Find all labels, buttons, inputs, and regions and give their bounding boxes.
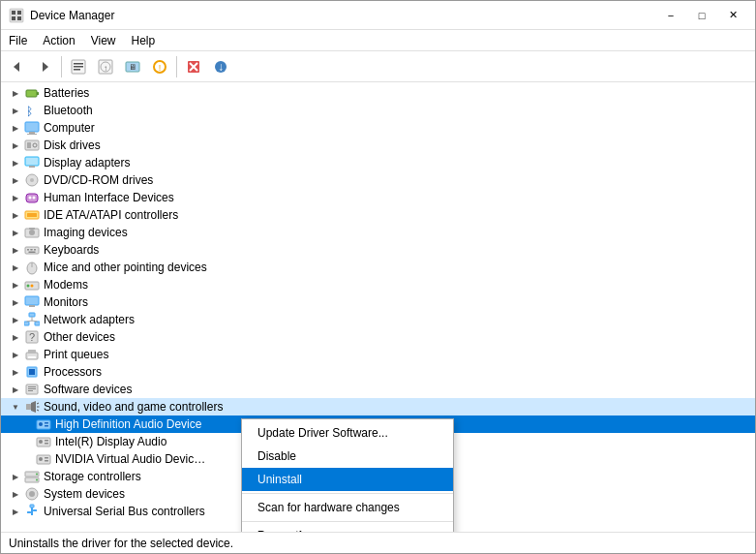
expand-dvd[interactable]: ▶	[9, 173, 22, 187]
expand-display[interactable]: ▶	[9, 156, 22, 169]
svg-line-60	[27, 321, 33, 322]
monitors-icon	[24, 294, 40, 310]
svg-rect-48	[29, 252, 36, 254]
expand-batteries[interactable]: ▶	[9, 86, 22, 100]
tree-item-monitors[interactable]: ▶ Monitors	[1, 293, 755, 311]
network-icon	[24, 312, 40, 327]
ide-label: IDE ATA/ATAPI controllers	[44, 208, 178, 222]
update-driver-toolbar-button[interactable]: ↑	[93, 54, 118, 79]
tree-item-software[interactable]: ▶ Software devices	[1, 381, 755, 398]
modems-icon	[24, 277, 40, 292]
svg-rect-81	[45, 425, 48, 427]
menu-action[interactable]: Action	[35, 32, 82, 49]
svg-rect-32	[25, 157, 39, 166]
nvidia-icon	[36, 451, 51, 467]
tree-item-hid[interactable]: ▶ Human Interface Devices	[1, 189, 755, 206]
software-label: Software devices	[44, 383, 132, 396]
expand-bluetooth[interactable]: ▶	[9, 104, 22, 117]
expand-storage[interactable]: ▶	[9, 470, 22, 483]
tree-item-disk[interactable]: ▶ Disk drives	[1, 137, 755, 154]
expand-network[interactable]: ▶	[9, 313, 22, 326]
expand-imaging[interactable]: ▶	[9, 226, 22, 239]
svg-text:↓: ↓	[218, 60, 224, 74]
tree-item-imaging[interactable]: ▶ Imaging devices	[1, 224, 755, 241]
ctx-disable[interactable]: Disable	[242, 445, 453, 468]
content-area: ▶ Batteries ▶ ᛒ Bluetooth ▶ Computer	[1, 82, 755, 532]
svg-rect-98	[27, 511, 31, 513]
tree-item-modems[interactable]: ▶ Modems	[1, 276, 755, 293]
toolbar: ↑ 🖥 ! ↓	[1, 51, 755, 82]
tree-item-batteries[interactable]: ▶ Batteries	[1, 84, 755, 102]
minimize-button[interactable]: −	[656, 6, 685, 25]
intel-label: Intel(R) Display Audio	[55, 435, 166, 448]
processors-icon	[24, 364, 40, 380]
mice-icon	[24, 260, 40, 275]
system-icon	[24, 486, 40, 502]
tree-item-computer[interactable]: ▶ Computer	[1, 119, 755, 137]
svg-line-61	[32, 321, 38, 322]
scan-changes-button[interactable]: !	[147, 54, 172, 79]
svg-rect-2	[17, 11, 21, 15]
tree-item-bluetooth[interactable]: ▶ ᛒ Bluetooth	[1, 102, 755, 119]
expand-print[interactable]: ▶	[9, 348, 22, 361]
expand-monitors[interactable]: ▶	[9, 295, 22, 309]
svg-rect-54	[25, 296, 39, 305]
expand-disk[interactable]: ▶	[9, 138, 22, 152]
ctx-properties[interactable]: Properties	[242, 524, 453, 532]
menu-file[interactable]: File	[1, 32, 35, 49]
add-driver-button[interactable]: ↓	[208, 54, 233, 79]
back-button[interactable]	[5, 54, 30, 79]
ctx-scan[interactable]: Scan for hardware changes	[242, 496, 453, 519]
expand-mice[interactable]: ▶	[9, 261, 22, 274]
tree-item-ide[interactable]: ▶ IDE ATA/ATAPI controllers	[1, 206, 755, 224]
menu-help[interactable]: Help	[124, 32, 164, 49]
svg-rect-47	[34, 249, 36, 251]
tree-item-mice[interactable]: ▶ Mice and other pointing devices	[1, 259, 755, 276]
tree-item-print[interactable]: ▶ Print queues	[1, 346, 755, 363]
properties-toolbar-button[interactable]	[66, 54, 91, 79]
menu-view[interactable]: View	[83, 32, 124, 49]
expand-system[interactable]: ▶	[9, 487, 22, 501]
batteries-icon	[24, 85, 40, 101]
tree-item-display[interactable]: ▶ Display adapters	[1, 154, 755, 171]
svg-point-37	[29, 197, 32, 200]
expand-keyboards[interactable]: ▶	[9, 243, 22, 257]
svg-point-93	[36, 479, 38, 481]
svg-point-92	[36, 474, 38, 476]
ctx-uninstall[interactable]: Uninstall	[242, 468, 453, 491]
window-controls: − □ ✕	[656, 6, 747, 25]
expand-hid[interactable]: ▶	[9, 191, 22, 204]
forward-button[interactable]	[32, 54, 57, 79]
expand-software[interactable]: ▶	[9, 383, 22, 396]
show-hidden-button[interactable]: 🖥	[120, 54, 145, 79]
svg-rect-99	[33, 509, 37, 511]
tree-item-dvd[interactable]: ▶ DVD/CD-ROM drives	[1, 171, 755, 189]
tree-view[interactable]: ▶ Batteries ▶ ᛒ Bluetooth ▶ Computer	[1, 82, 755, 532]
svg-rect-45	[27, 249, 29, 251]
svg-point-42	[29, 230, 35, 235]
dvd-icon	[24, 172, 40, 188]
expand-processors[interactable]: ▶	[9, 365, 22, 379]
ctx-update-driver[interactable]: Update Driver Software...	[242, 421, 453, 445]
ctx-separator-1	[242, 493, 453, 494]
close-button[interactable]: ✕	[718, 6, 747, 25]
other-label: Other devices	[44, 330, 115, 344]
bluetooth-icon: ᛒ	[24, 103, 40, 118]
tree-item-sound[interactable]: ▼ Sound, video and game controllers	[1, 398, 755, 416]
expand-sound[interactable]: ▼	[9, 400, 22, 414]
expand-ide[interactable]: ▶	[9, 208, 22, 222]
tree-item-other[interactable]: ▶ ? Other devices	[1, 328, 755, 346]
expand-computer[interactable]: ▶	[9, 121, 22, 135]
maximize-button[interactable]: □	[687, 6, 716, 25]
tree-item-keyboards[interactable]: ▶ Keyboards	[1, 241, 755, 259]
svg-text:!: !	[159, 63, 162, 73]
computer-icon	[24, 120, 40, 136]
tree-item-network[interactable]: ▶ Network adapters	[1, 311, 755, 328]
svg-point-79	[39, 422, 43, 426]
expand-other[interactable]: ▶	[9, 330, 22, 344]
tree-item-processors[interactable]: ▶ Processors	[1, 363, 755, 381]
expand-modems[interactable]: ▶	[9, 278, 22, 292]
remove-device-button[interactable]	[181, 54, 206, 79]
svg-rect-36	[26, 194, 38, 202]
expand-usb[interactable]: ▶	[9, 505, 22, 518]
